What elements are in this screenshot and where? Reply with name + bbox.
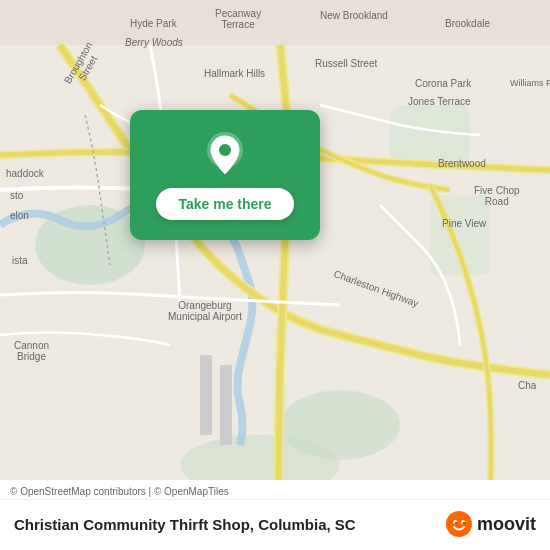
svg-point-14: [463, 522, 465, 524]
bottom-bar: © OpenStreetMap contributors | © OpenMap…: [0, 480, 550, 550]
location-pin-icon: [201, 130, 249, 178]
moovit-text: moovit: [477, 514, 536, 535]
map-container: Hyde Park PecanwayTerrace New Brookland …: [0, 0, 550, 550]
map-background: [0, 0, 550, 550]
destination-text: Christian Community Thirft Shop, Columbi…: [14, 516, 356, 533]
moovit-icon: [445, 510, 473, 538]
svg-rect-7: [220, 365, 232, 445]
moovit-logo: moovit: [445, 510, 536, 538]
map-attribution: © OpenStreetMap contributors | © OpenMap…: [0, 480, 550, 500]
popup-card: Take me there: [130, 110, 320, 240]
take-me-there-button[interactable]: Take me there: [156, 188, 293, 220]
svg-point-10: [446, 511, 472, 537]
svg-point-13: [455, 522, 457, 524]
svg-rect-3: [390, 105, 470, 165]
destination-row: Christian Community Thirft Shop, Columbi…: [0, 500, 550, 550]
svg-rect-6: [200, 355, 212, 435]
svg-point-9: [219, 144, 231, 156]
